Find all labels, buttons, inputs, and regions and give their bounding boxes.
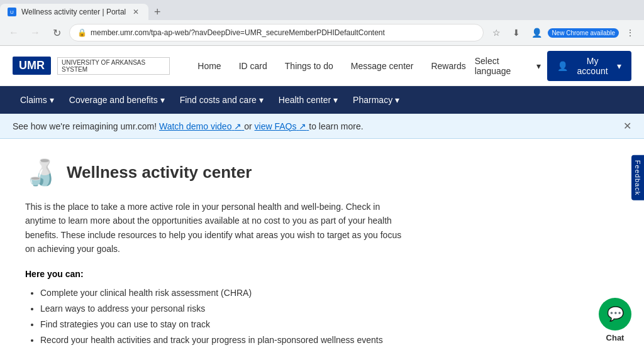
nav-id-card[interactable]: ID card: [230, 46, 276, 86]
nav-health-center[interactable]: Health center ▾: [271, 86, 345, 114]
tab-close-btn[interactable]: ✕: [131, 7, 141, 17]
browser-chrome: U Wellness activity center | Portal ✕ + …: [0, 0, 644, 46]
chevron-down-icon: ▾: [160, 95, 165, 105]
reload-btn[interactable]: ↻: [48, 24, 65, 41]
back-btn[interactable]: ←: [5, 24, 23, 41]
list-item: Find strategies you can use to stay on t…: [40, 317, 619, 332]
active-tab: U Wellness activity center | Portal ✕: [0, 4, 148, 20]
list-item: Learn ways to address your personal risk…: [40, 301, 619, 317]
chat-icon: 💬: [607, 306, 624, 322]
chevron-down-icon: ▾: [617, 61, 621, 71]
secondary-nav: Claims ▾ Coverage and benefits ▾ Find co…: [0, 86, 644, 114]
here-you-can-label: Here you can:: [25, 269, 619, 279]
url-text: member.umr.com/tpa-ap-web/?navDeepDive=U…: [91, 28, 385, 37]
chat-btn[interactable]: 💬 Chat: [599, 298, 631, 342]
chat-circle: 💬: [599, 298, 631, 330]
chevron-down-icon: ▾: [259, 95, 264, 105]
tab-favicon: U: [8, 8, 16, 16]
toolbar-actions: ☆ ⬇ 👤 New Chrome available ⋮: [487, 24, 639, 41]
chevron-down-icon: ▾: [395, 95, 399, 105]
forward-btn[interactable]: →: [26, 24, 44, 41]
chat-label: Chat: [606, 333, 625, 342]
top-nav: UMR UNIVERSITY OF ARKANSAS SYSTEM Home I…: [0, 46, 644, 86]
browser-toolbar: ← → ↻ 🔒 member.umr.com/tpa-ap-web/?navDe…: [0, 20, 644, 45]
chevron-down-icon: ▾: [50, 95, 54, 105]
list-item: Record your health activities and track …: [40, 332, 619, 348]
notification-banner: See how we're reimagining umr.com! Watch…: [0, 114, 644, 139]
banner-text: See how we're reimagining umr.com! Watch…: [13, 121, 364, 131]
umr-logo: UMR: [13, 57, 51, 75]
main-nav: Home ID card Things to do Message center…: [189, 46, 474, 86]
profile-btn[interactable]: 👤: [528, 24, 545, 41]
chevron-down-icon: ▾: [333, 95, 338, 105]
view-faqs-link[interactable]: view FAQs ↗: [255, 121, 309, 131]
download-btn[interactable]: ⬇: [508, 24, 525, 41]
bullet-list: Complete your clinical health risk asses…: [25, 285, 619, 349]
new-tab-btn[interactable]: +: [148, 3, 166, 21]
nav-right: Select language ▾ 👤 My account ▾: [475, 51, 631, 81]
banner-close-btn[interactable]: ✕: [623, 120, 631, 132]
watch-demo-link[interactable]: Watch demo video ↗: [159, 121, 244, 131]
bookmark-btn[interactable]: ☆: [487, 24, 505, 41]
nav-claims[interactable]: Claims ▾: [13, 86, 62, 114]
ua-logo: UNIVERSITY OF ARKANSAS SYSTEM: [57, 57, 170, 75]
nav-things-to-do[interactable]: Things to do: [276, 46, 342, 86]
address-bar[interactable]: 🔒 member.umr.com/tpa-ap-web/?navDeepDive…: [69, 24, 484, 41]
nav-coverage-benefits[interactable]: Coverage and benefits ▾: [62, 86, 172, 114]
nav-message-center[interactable]: Message center: [342, 46, 423, 86]
nav-rewards[interactable]: Rewards: [422, 46, 474, 86]
wellness-icon: 🍶: [25, 158, 57, 187]
list-item: Complete your clinical health risk asses…: [40, 285, 619, 301]
chevron-down-icon: ▾: [536, 61, 541, 71]
nav-pharmacy[interactable]: Pharmacy ▾: [345, 86, 407, 114]
language-selector[interactable]: Select language ▾: [475, 56, 541, 76]
browser-tabs: U Wellness activity center | Portal ✕ +: [0, 0, 644, 20]
page-header: 🍶 Wellness activity center: [25, 158, 619, 187]
menu-btn[interactable]: ⋮: [621, 24, 639, 41]
nav-find-costs-care[interactable]: Find costs and care ▾: [172, 86, 271, 114]
nav-home[interactable]: Home: [189, 46, 230, 86]
feedback-tab[interactable]: Feedback: [631, 155, 644, 200]
user-icon: 👤: [557, 61, 568, 71]
logo-area: UMR UNIVERSITY OF ARKANSAS SYSTEM: [13, 57, 170, 75]
lock-icon: 🔒: [77, 28, 87, 37]
chrome-update-badge[interactable]: New Chrome available: [548, 28, 619, 38]
tab-title: Wellness activity center | Portal: [21, 8, 126, 16]
my-account-btn[interactable]: 👤 My account ▾: [547, 51, 631, 81]
intro-text: This is the place to take a more active …: [25, 200, 402, 256]
external-link-icon: ↗: [299, 121, 306, 131]
main-content: 🍶 Wellness activity center This is the p…: [0, 139, 644, 355]
external-link-icon: ↗: [234, 121, 242, 131]
page-title: Wellness activity center: [67, 163, 252, 182]
